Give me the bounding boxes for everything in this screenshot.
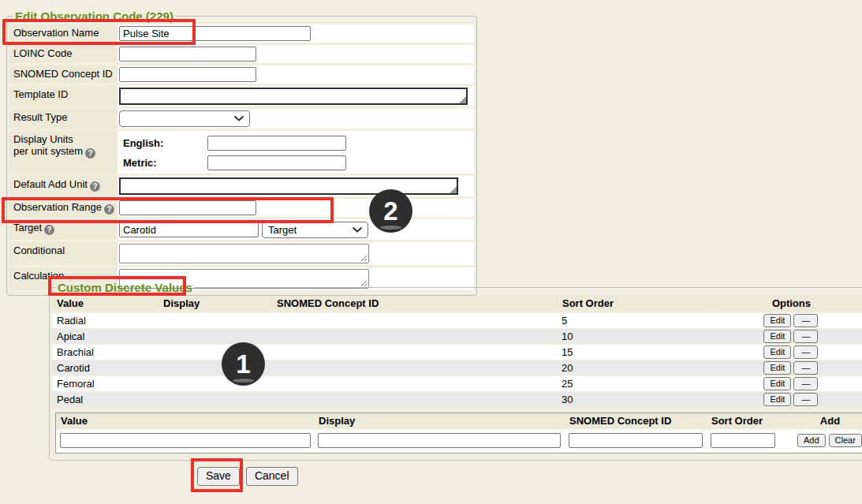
target-label: Target?: [9, 219, 118, 240]
cell-sort-order: 15: [557, 346, 711, 358]
snomed-concept-id-input[interactable]: [119, 67, 256, 82]
add-sort-order-input[interactable]: [711, 433, 775, 448]
conditional-textarea[interactable]: [119, 244, 369, 263]
custom-discrete-values-title: Custom Discrete Values: [55, 281, 195, 294]
edit-button[interactable]: Edit: [763, 330, 791, 344]
save-button[interactable]: Save: [197, 467, 240, 486]
english-units-input[interactable]: [207, 136, 346, 151]
help-icon: ?: [104, 204, 114, 215]
resize-grip-icon: [459, 96, 466, 103]
display-units-label-line2: per unit system: [13, 145, 83, 157]
remove-button[interactable]: —: [793, 361, 818, 375]
cell-sort-order: 25: [557, 378, 711, 390]
observation-name-label: Observation Name: [9, 24, 118, 43]
row-observation-name: Observation Name: [9, 24, 474, 43]
table-row: Brachial 15 Edit —: [52, 345, 862, 360]
help-icon: ?: [85, 148, 95, 159]
snomed-concept-id-label: SNOMED Concept ID: [9, 65, 118, 84]
form-actions: Save Cancel: [197, 467, 298, 486]
cell-options: Edit —: [711, 393, 862, 407]
chevron-down-icon: [353, 227, 362, 233]
edit-button[interactable]: Edit: [763, 377, 791, 391]
add-display-input[interactable]: [318, 433, 561, 448]
remove-button[interactable]: —: [793, 377, 818, 391]
cell-value: Carotid: [52, 362, 159, 374]
header-display: Display: [159, 297, 271, 309]
remove-button[interactable]: —: [793, 345, 818, 360]
table-header: Value Display SNOMED Concept ID Sort Ord…: [52, 296, 862, 312]
display-units-label-line1: Display Units: [13, 133, 73, 145]
custom-discrete-values-panel: Custom Discrete Values Value Display SNO…: [49, 281, 862, 461]
remove-button[interactable]: —: [793, 393, 818, 407]
cell-options: Edit —: [711, 314, 862, 328]
remove-button[interactable]: —: [793, 330, 818, 344]
template-id-textarea[interactable]: [119, 88, 468, 105]
row-loinc-code: LOINC Code: [9, 45, 474, 63]
header-sort-order: Sort Order: [557, 297, 711, 309]
header-snomed: SNOMED Concept ID: [271, 297, 557, 309]
cell-value: Brachial: [52, 346, 159, 358]
panel-title: Edit Observation Code (229): [13, 9, 176, 23]
chevron-down-icon: [234, 116, 244, 121]
clear-button[interactable]: Clear: [829, 434, 862, 448]
cell-sort-order: 20: [557, 362, 711, 374]
cell-value: Femoral: [52, 378, 159, 390]
cell-value: Radial: [52, 315, 159, 327]
row-snomed-concept-id: SNOMED Concept ID: [9, 65, 474, 84]
table-row: Femoral 25 Edit —: [52, 376, 862, 391]
table-row: Apical 10 Edit —: [52, 329, 862, 344]
loinc-code-input[interactable]: [119, 47, 256, 62]
loinc-code-label: LOINC Code: [9, 45, 118, 63]
table-row: Pedal 30 Edit —: [52, 392, 862, 407]
target-input[interactable]: [119, 222, 259, 237]
add-button[interactable]: Add: [797, 434, 826, 448]
template-id-label: Template ID: [9, 86, 118, 106]
cell-value: Pedal: [52, 394, 159, 405]
cell-options: Edit —: [711, 361, 862, 375]
resize-grip-icon: [450, 186, 457, 193]
row-result-type: Result Type: [9, 109, 474, 129]
row-target: Target? Target: [9, 219, 474, 240]
target-selected-value: Target: [268, 224, 297, 236]
edit-button[interactable]: Edit: [763, 361, 791, 375]
default-add-unit-textarea[interactable]: [119, 177, 458, 195]
add-header-snomed: SNOMED Concept ID: [565, 415, 707, 427]
conditional-label: Conditional: [9, 242, 118, 265]
edit-button[interactable]: Edit: [763, 314, 791, 328]
add-value-input[interactable]: [60, 433, 311, 448]
cell-options: Edit —: [711, 377, 862, 391]
result-type-label: Result Type: [9, 109, 118, 129]
page: Edit Observation Code (229) Observation …: [0, 0, 862, 504]
observation-name-input[interactable]: [119, 26, 311, 41]
table-row: Carotid 20 Edit —: [52, 360, 862, 375]
observation-range-input[interactable]: [119, 200, 256, 215]
table-row: Radial 5 Edit —: [52, 313, 862, 328]
display-units-label: Display Units per unit system?: [9, 131, 118, 174]
cell-sort-order: 10: [557, 330, 711, 342]
add-table-header: Value Display SNOMED Concept ID Sort Ord…: [56, 413, 862, 431]
header-options: Options: [711, 297, 862, 309]
add-header-display: Display: [314, 415, 565, 427]
metric-units-label: Metric:: [123, 157, 204, 169]
english-units-label: English:: [123, 137, 204, 149]
target-select[interactable]: Target: [262, 222, 368, 238]
edit-observation-code-panel: Edit Observation Code (229) Observation …: [6, 9, 477, 296]
cancel-button[interactable]: Cancel: [246, 467, 298, 486]
observation-range-label: Observation Range?: [9, 199, 118, 217]
add-snomed-input[interactable]: [569, 433, 703, 448]
row-conditional: Conditional: [9, 242, 474, 265]
metric-units-input[interactable]: [207, 155, 346, 170]
add-header-value: Value: [56, 415, 314, 427]
edit-button[interactable]: Edit: [763, 345, 791, 360]
help-icon: ?: [90, 181, 100, 192]
default-add-unit-label: Default Add Unit?: [9, 176, 118, 196]
add-header-add: Add: [793, 415, 862, 427]
resize-grip-icon: [360, 255, 368, 262]
edit-button[interactable]: Edit: [763, 393, 791, 407]
remove-button[interactable]: —: [793, 314, 818, 328]
header-value: Value: [52, 297, 159, 309]
result-type-select[interactable]: [119, 110, 250, 127]
row-observation-range: Observation Range?: [9, 199, 474, 217]
cell-options: Edit —: [711, 330, 862, 344]
cell-sort-order: 30: [557, 394, 711, 405]
